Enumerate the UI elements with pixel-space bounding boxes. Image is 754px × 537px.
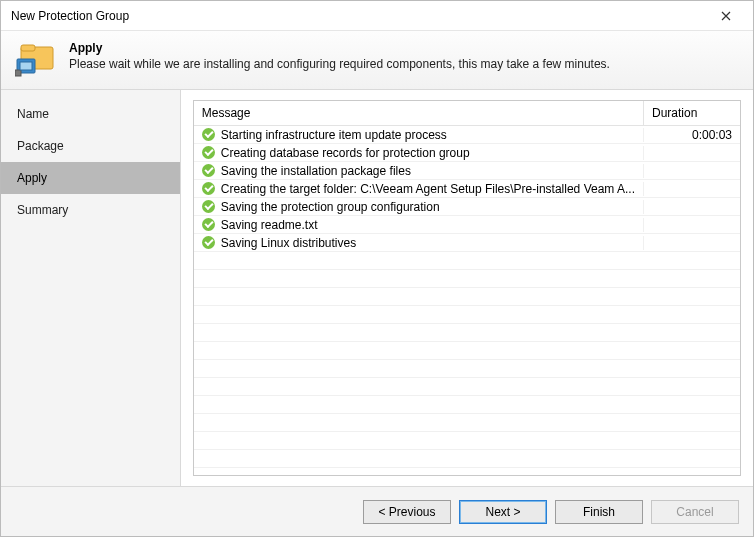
- wizard-step-name[interactable]: Name: [1, 98, 180, 130]
- message-cell: Creating the target folder: C:\Veeam Age…: [194, 182, 644, 196]
- success-icon: [202, 200, 215, 213]
- table-body: Starting infrastructure item update proc…: [194, 126, 740, 475]
- progress-table: Message Duration Starting infrastructure…: [193, 100, 741, 476]
- titlebar: New Protection Group: [1, 1, 753, 31]
- svg-rect-1: [21, 45, 35, 51]
- success-icon: [202, 164, 215, 177]
- message-text: Creating the target folder: C:\Veeam Age…: [221, 182, 635, 196]
- header-subtitle: Please wait while we are installing and …: [69, 57, 610, 71]
- message-cell: Saving Linux distributives: [194, 236, 644, 250]
- message-cell: Starting infrastructure item update proc…: [194, 128, 644, 142]
- table-row[interactable]: Saving readme.txt: [194, 216, 740, 234]
- cancel-button: Cancel: [651, 500, 739, 524]
- message-text: Starting infrastructure item update proc…: [221, 128, 447, 142]
- table-row[interactable]: Saving the protection group configuratio…: [194, 198, 740, 216]
- table-row[interactable]: Creating database records for protection…: [194, 144, 740, 162]
- svg-rect-4: [20, 62, 32, 70]
- message-cell: Creating database records for protection…: [194, 146, 644, 160]
- table-row: [194, 270, 740, 288]
- header-title: Apply: [69, 41, 610, 55]
- success-icon: [202, 218, 215, 231]
- table-row: [194, 396, 740, 414]
- message-text: Saving the installation package files: [221, 164, 411, 178]
- wizard-footer: < Previous Next > Finish Cancel: [1, 486, 753, 536]
- message-text: Saving readme.txt: [221, 218, 318, 232]
- wizard-step-package[interactable]: Package: [1, 130, 180, 162]
- window-title: New Protection Group: [11, 9, 707, 23]
- message-cell: Saving the protection group configuratio…: [194, 200, 644, 214]
- table-row[interactable]: Starting infrastructure item update proc…: [194, 126, 740, 144]
- table-row: [194, 252, 740, 270]
- wizard-step-apply[interactable]: Apply: [1, 162, 180, 194]
- column-header-duration[interactable]: Duration: [644, 101, 740, 125]
- table-header: Message Duration: [194, 101, 740, 126]
- success-icon: [202, 182, 215, 195]
- success-icon: [202, 236, 215, 249]
- folder-agent-icon: [15, 39, 57, 79]
- table-row: [194, 378, 740, 396]
- message-cell: Saving the installation package files: [194, 164, 644, 178]
- wizard-step-summary[interactable]: Summary: [1, 194, 180, 226]
- message-text: Saving Linux distributives: [221, 236, 356, 250]
- success-icon: [202, 146, 215, 159]
- close-button[interactable]: [707, 4, 745, 28]
- svg-rect-3: [15, 70, 21, 76]
- message-text: Creating database records for protection…: [221, 146, 470, 160]
- table-row: [194, 342, 740, 360]
- duration-cell: 0:00:03: [644, 128, 740, 142]
- table-row[interactable]: Saving Linux distributives: [194, 234, 740, 252]
- column-header-message[interactable]: Message: [194, 101, 644, 125]
- wizard-header: Apply Please wait while we are installin…: [1, 31, 753, 90]
- table-row: [194, 306, 740, 324]
- wizard-main-panel: Message Duration Starting infrastructure…: [181, 90, 753, 486]
- next-button[interactable]: Next >: [459, 500, 547, 524]
- table-row[interactable]: Saving the installation package files: [194, 162, 740, 180]
- table-row: [194, 450, 740, 468]
- success-icon: [202, 128, 215, 141]
- table-row: [194, 360, 740, 378]
- previous-button[interactable]: < Previous: [363, 500, 451, 524]
- table-row[interactable]: Creating the target folder: C:\Veeam Age…: [194, 180, 740, 198]
- finish-button[interactable]: Finish: [555, 500, 643, 524]
- wizard-steps-sidebar: NamePackageApplySummary: [1, 90, 181, 486]
- table-row: [194, 324, 740, 342]
- table-row: [194, 432, 740, 450]
- message-text: Saving the protection group configuratio…: [221, 200, 440, 214]
- table-row: [194, 288, 740, 306]
- message-cell: Saving readme.txt: [194, 218, 644, 232]
- table-row: [194, 414, 740, 432]
- close-icon: [721, 11, 731, 21]
